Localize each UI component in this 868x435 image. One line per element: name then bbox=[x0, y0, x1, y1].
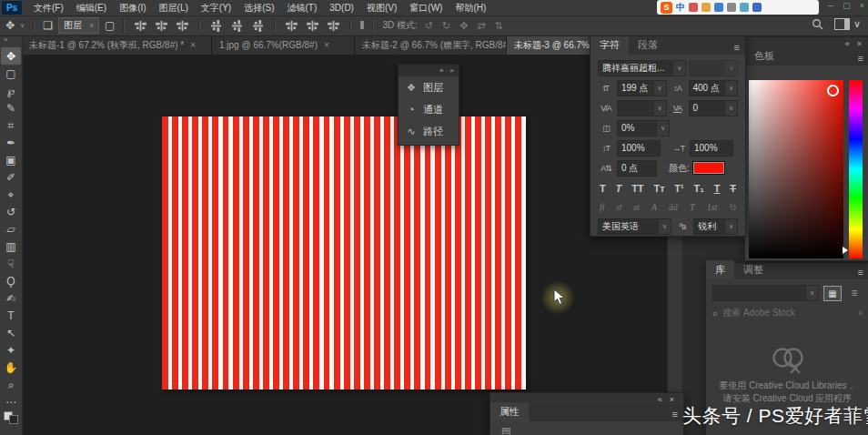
tool-more[interactable]: ⋯ bbox=[1, 393, 21, 410]
show-transform-controls-icon[interactable]: ▢ bbox=[105, 19, 115, 32]
ligatures-button[interactable]: fi bbox=[600, 202, 605, 212]
baseline-shift-field[interactable]: 0 点 bbox=[617, 160, 657, 177]
close-icon[interactable]: × bbox=[670, 395, 674, 404]
contextual-alternates-button[interactable]: ơ bbox=[617, 202, 621, 212]
titling-alternates-button[interactable]: T bbox=[690, 202, 695, 212]
panel-button-layers[interactable]: ❖ 图层 bbox=[399, 76, 459, 98]
fractions-button[interactable]: ½ bbox=[729, 202, 736, 212]
tool-type[interactable]: T bbox=[1, 307, 21, 324]
3d-slide-icon[interactable]: ⇄ bbox=[477, 20, 485, 32]
horizontal-scale-field[interactable]: 100% bbox=[690, 140, 733, 157]
menu-file[interactable]: 文件(F) bbox=[27, 2, 70, 15]
align-bottom-edges-icon[interactable] bbox=[253, 20, 263, 32]
panel-menu-icon[interactable]: ≡ bbox=[858, 267, 863, 278]
menu-layer[interactable]: 图层(L) bbox=[153, 2, 195, 15]
tool-rectangular-marquee[interactable]: ▢ bbox=[1, 65, 21, 82]
antialias-select[interactable]: 锐利 ∨ bbox=[693, 218, 738, 235]
tool-spot-healing[interactable]: ▣ bbox=[1, 151, 21, 168]
tool-eraser[interactable]: ▱ bbox=[1, 220, 21, 238]
collapse-panel-icon[interactable]: « bbox=[845, 39, 850, 48]
auto-select-target-dropdown[interactable]: 图层 ∨ bbox=[58, 17, 99, 34]
ime-skin-icon[interactable] bbox=[740, 3, 749, 12]
menu-window[interactable]: 窗口(W) bbox=[403, 2, 449, 15]
align-left-edges-icon[interactable] bbox=[135, 21, 146, 31]
workspace-switcher[interactable]: ∨ bbox=[834, 18, 861, 30]
proportional-spacing-select[interactable]: 0% ∨ bbox=[617, 120, 670, 137]
align-vertical-centers-icon[interactable] bbox=[232, 20, 242, 32]
vertical-scale-field[interactable]: 100% bbox=[617, 140, 661, 157]
close-icon[interactable]: × bbox=[324, 40, 329, 50]
align-right-edges-icon[interactable] bbox=[177, 21, 188, 31]
discretionary-ligatures-button[interactable]: st bbox=[633, 202, 640, 212]
close-icon[interactable]: × bbox=[449, 66, 454, 75]
toolbar-expand-button[interactable]: » bbox=[0, 35, 7, 47]
sogou-logo-icon[interactable]: S bbox=[661, 2, 672, 14]
3d-scale-icon[interactable]: ⇅ bbox=[495, 20, 503, 32]
tool-hand[interactable]: ✋ bbox=[1, 359, 21, 376]
stylistic-alternates-button[interactable]: āā bbox=[669, 202, 678, 212]
menu-help[interactable]: 帮助(H) bbox=[449, 2, 492, 15]
tab-swatches[interactable]: 色板 bbox=[745, 46, 783, 66]
tab-character[interactable]: 字符 bbox=[590, 35, 629, 55]
language-select[interactable]: 美国英语 ∨ bbox=[598, 218, 671, 235]
document-tab[interactable]: 未标题-2 @ 66.7% (糖果字, RGB/8#) * × bbox=[355, 35, 507, 55]
tool-crop[interactable]: ⌗ bbox=[1, 116, 21, 134]
menu-type[interactable]: 文字(Y) bbox=[195, 2, 237, 15]
color-saturation-brightness-field[interactable] bbox=[749, 80, 843, 258]
ime-mic-icon[interactable] bbox=[714, 3, 723, 12]
font-size-select[interactable]: 199 点 ∨ bbox=[617, 80, 667, 96]
3d-rotate-icon[interactable]: ↺ bbox=[425, 20, 433, 32]
maximize-button[interactable]: ▢ bbox=[843, 1, 851, 10]
3d-roll-icon[interactable]: ↻ bbox=[442, 20, 450, 32]
panel-button-paths[interactable]: ∿ 路径 bbox=[399, 120, 459, 142]
ime-toolbar[interactable]: S 中 bbox=[657, 0, 819, 15]
all-caps-button[interactable]: TT bbox=[631, 183, 643, 194]
chevron-down-icon[interactable]: ∨ bbox=[656, 121, 669, 136]
text-color-swatch[interactable] bbox=[692, 161, 725, 175]
chevron-down-icon[interactable]: ∨ bbox=[724, 219, 737, 234]
tab-paragraph[interactable]: 段落 bbox=[629, 35, 667, 55]
tool-pen[interactable]: ✍ bbox=[1, 289, 21, 307]
menu-image[interactable]: 图像(I) bbox=[113, 2, 152, 15]
hue-slider-handle[interactable] bbox=[843, 247, 848, 254]
3d-drag-icon[interactable]: ✥ bbox=[459, 20, 468, 32]
tracking-select[interactable]: 0 ∨ bbox=[689, 100, 739, 116]
chevron-down-icon[interactable]: ∨ bbox=[858, 309, 863, 317]
distribute-spacing-icon[interactable]: ‖ bbox=[359, 19, 364, 32]
strikethrough-button[interactable]: T bbox=[730, 183, 736, 194]
panel-menu-icon[interactable]: ≡ bbox=[734, 42, 740, 53]
tool-quick-selection[interactable]: ✎ bbox=[1, 99, 21, 116]
distribute-horizontal-centers-icon[interactable] bbox=[307, 21, 318, 31]
align-horizontal-centers-icon[interactable] bbox=[156, 21, 167, 31]
menu-edit[interactable]: 编辑(E) bbox=[70, 2, 113, 15]
background-color-swatch[interactable] bbox=[9, 415, 18, 424]
tool-brush[interactable]: ✐ bbox=[1, 168, 21, 186]
panel-menu-icon[interactable]: ≡ bbox=[858, 53, 863, 64]
tool-zoom[interactable]: ⌕ bbox=[1, 376, 21, 393]
small-caps-button[interactable]: Tᴛ bbox=[653, 183, 664, 194]
close-icon[interactable]: × bbox=[190, 40, 196, 50]
menu-select[interactable]: 选择(S) bbox=[237, 2, 280, 15]
underline-button[interactable]: T bbox=[714, 183, 721, 194]
subscript-button[interactable]: T₁ bbox=[694, 183, 704, 194]
chevron-down-icon[interactable]: ∨ bbox=[20, 22, 25, 29]
ime-mode-icon[interactable]: 中 bbox=[676, 1, 685, 14]
hue-slider[interactable] bbox=[849, 80, 863, 258]
tool-eyedropper[interactable]: ✒ bbox=[1, 134, 21, 151]
align-top-edges-icon[interactable] bbox=[211, 20, 221, 32]
menu-view[interactable]: 视图(V) bbox=[360, 2, 403, 15]
font-style-select[interactable]: ∨ bbox=[689, 60, 738, 76]
library-select[interactable]: ∨ bbox=[712, 285, 819, 301]
menu-filter[interactable]: 滤镜(T) bbox=[281, 2, 324, 15]
chevron-down-icon[interactable]: ∨ bbox=[724, 81, 737, 96]
chevron-down-icon[interactable]: ∨ bbox=[672, 61, 685, 76]
chevron-down-icon[interactable]: ∨ bbox=[658, 219, 671, 234]
distribute-left-edges-icon[interactable] bbox=[286, 21, 298, 31]
document-tab[interactable]: 未标题-1 @ 67.2% (秋季班, RGB/8#) * × bbox=[22, 35, 212, 55]
tool-gradient[interactable]: ▥ bbox=[1, 238, 21, 255]
swash-button[interactable]: A bbox=[651, 202, 657, 212]
color-picker-indicator[interactable] bbox=[827, 85, 839, 96]
chevron-down-icon[interactable]: ∨ bbox=[653, 81, 666, 96]
superscript-button[interactable]: T¹ bbox=[674, 183, 683, 194]
faux-bold-button[interactable]: T bbox=[600, 183, 606, 194]
